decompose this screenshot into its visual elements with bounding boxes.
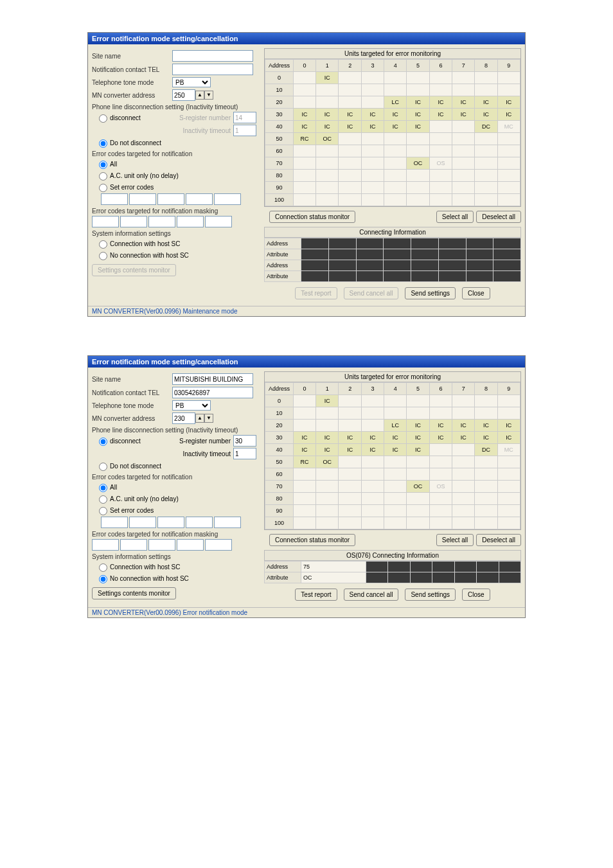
unit-cell[interactable] — [384, 145, 407, 157]
conv-addr-input[interactable] — [172, 89, 195, 101]
unit-cell[interactable] — [361, 468, 384, 481]
unit-cell[interactable]: IC — [497, 432, 520, 444]
unit-cell[interactable] — [452, 468, 475, 481]
radio-set-err[interactable] — [99, 507, 107, 515]
unit-cell[interactable] — [452, 84, 475, 96]
unit-cell[interactable]: OC — [316, 456, 339, 468]
unit-cell[interactable] — [316, 493, 339, 505]
conv-addr-input[interactable] — [172, 412, 195, 424]
unit-cell[interactable] — [339, 182, 361, 194]
unit-cell[interactable] — [384, 133, 407, 145]
unit-cell[interactable]: IC — [316, 444, 339, 456]
unit-cell[interactable] — [384, 517, 407, 529]
sreg-input[interactable] — [233, 435, 256, 447]
mask-2[interactable] — [120, 216, 147, 227]
unit-cell[interactable] — [316, 96, 339, 109]
unit-cell[interactable] — [293, 96, 315, 109]
radio-do-not-disconnect[interactable] — [99, 463, 107, 471]
unit-cell[interactable] — [293, 194, 315, 206]
unit-cell[interactable]: IC — [316, 109, 339, 121]
unit-cell[interactable] — [384, 84, 407, 96]
mask-1[interactable] — [92, 539, 119, 551]
unit-cell[interactable] — [293, 182, 315, 194]
contact-tel-input[interactable] — [172, 64, 253, 75]
err-code-1[interactable] — [101, 517, 128, 528]
unit-cell[interactable] — [407, 170, 429, 182]
unit-cell[interactable] — [452, 170, 475, 182]
unit-cell[interactable] — [316, 182, 339, 194]
unit-cell[interactable] — [361, 395, 384, 407]
unit-cell[interactable]: IC — [407, 96, 429, 109]
unit-cell[interactable]: IC — [293, 109, 315, 121]
unit-cell[interactable] — [316, 157, 339, 170]
unit-cell[interactable] — [429, 456, 452, 468]
unit-cell[interactable] — [475, 481, 497, 493]
addr-up-button[interactable]: ▲ — [195, 91, 204, 100]
unit-cell[interactable] — [429, 182, 452, 194]
unit-cell[interactable] — [293, 493, 315, 505]
unit-cell[interactable] — [452, 395, 475, 407]
send-cancel-all-button[interactable]: Send cancel all — [344, 589, 399, 601]
unit-cell[interactable] — [429, 72, 452, 84]
unit-cell[interactable] — [452, 517, 475, 529]
unit-cell[interactable] — [361, 157, 384, 170]
unit-cell[interactable] — [384, 182, 407, 194]
unit-cell[interactable] — [293, 157, 315, 170]
site-name-input[interactable] — [172, 50, 253, 62]
unit-cell[interactable] — [361, 194, 384, 206]
unit-cell[interactable] — [339, 96, 361, 109]
unit-cell[interactable] — [339, 145, 361, 157]
mask-2[interactable] — [120, 539, 147, 551]
unit-cell[interactable] — [339, 407, 361, 420]
unit-cell[interactable] — [316, 145, 339, 157]
unit-cell[interactable] — [407, 84, 429, 96]
unit-cell[interactable] — [429, 493, 452, 505]
unit-cell[interactable] — [497, 517, 520, 529]
conn-monitor-button[interactable]: Connection status monitor — [269, 534, 355, 546]
unit-cell[interactable] — [316, 84, 339, 96]
unit-cell[interactable]: IC — [316, 121, 339, 133]
err-code-5[interactable] — [214, 517, 241, 528]
unit-cell[interactable] — [497, 468, 520, 481]
mask-5[interactable] — [205, 539, 232, 551]
unit-cell[interactable]: OS — [429, 481, 452, 493]
unit-cell[interactable]: IC — [475, 420, 497, 432]
unit-cell[interactable] — [429, 505, 452, 517]
unit-cell[interactable] — [339, 420, 361, 432]
unit-cell[interactable] — [384, 194, 407, 206]
unit-cell[interactable]: IC — [361, 121, 384, 133]
unit-cell[interactable]: OC — [316, 133, 339, 145]
unit-cell[interactable] — [497, 133, 520, 145]
unit-cell[interactable]: DC — [475, 121, 497, 133]
unit-cell[interactable] — [475, 170, 497, 182]
deselect-all-button[interactable]: Deselect all — [476, 211, 521, 223]
unit-cell[interactable]: IC — [339, 109, 361, 121]
unit-cell[interactable] — [384, 170, 407, 182]
unit-cell[interactable] — [452, 505, 475, 517]
unit-cell[interactable]: IC — [384, 109, 407, 121]
unit-cell[interactable]: IC — [407, 420, 429, 432]
unit-cell[interactable]: IC — [452, 96, 475, 109]
unit-cell[interactable] — [316, 468, 339, 481]
unit-cell[interactable]: IC — [361, 444, 384, 456]
mask-3[interactable] — [148, 539, 175, 551]
unit-cell[interactable] — [452, 157, 475, 170]
unit-cell[interactable]: IC — [293, 121, 315, 133]
unit-cell[interactable] — [407, 493, 429, 505]
unit-cell[interactable] — [293, 170, 315, 182]
unit-cell[interactable] — [361, 182, 384, 194]
select-all-button[interactable]: Select all — [436, 534, 474, 546]
unit-cell[interactable] — [452, 456, 475, 468]
unit-cell[interactable] — [429, 194, 452, 206]
unit-cell[interactable] — [452, 194, 475, 206]
unit-cell[interactable] — [361, 145, 384, 157]
unit-cell[interactable] — [361, 420, 384, 432]
unit-cell[interactable] — [475, 72, 497, 84]
unit-cell[interactable]: IC — [452, 109, 475, 121]
unit-cell[interactable] — [384, 505, 407, 517]
unit-cell[interactable] — [316, 407, 339, 420]
unit-cell[interactable] — [384, 407, 407, 420]
units-grid[interactable]: Address01234567890IC1020LCICICICICIC30IC… — [265, 382, 520, 529]
unit-cell[interactable]: IC — [293, 432, 315, 444]
unit-cell[interactable]: IC — [384, 432, 407, 444]
